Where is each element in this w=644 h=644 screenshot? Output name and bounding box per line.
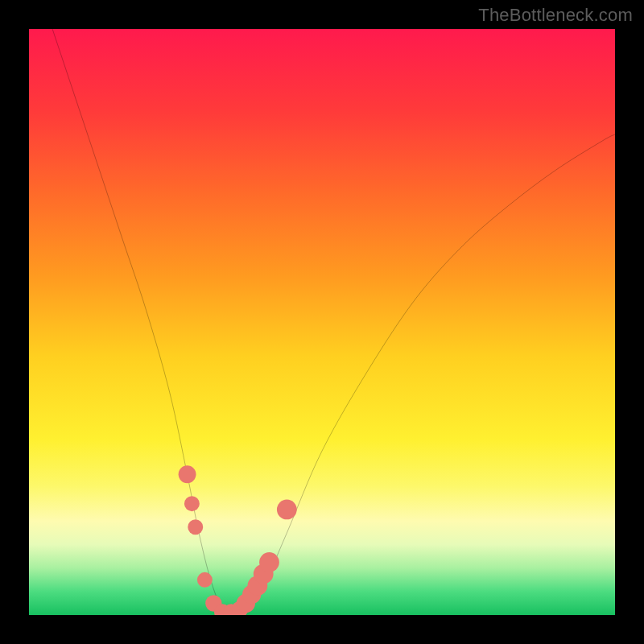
data-marker xyxy=(184,496,200,511)
curve-svg xyxy=(29,29,615,615)
data-marker xyxy=(259,552,279,572)
plot-area xyxy=(29,29,615,615)
data-marker xyxy=(188,519,203,535)
bottleneck-curve xyxy=(52,29,615,615)
chart-frame: TheBottleneck.com xyxy=(0,0,644,644)
data-marker xyxy=(179,465,196,483)
data-marker xyxy=(197,572,213,588)
attribution-text: TheBottleneck.com xyxy=(478,5,633,26)
data-markers xyxy=(179,465,297,615)
data-marker xyxy=(277,500,297,520)
